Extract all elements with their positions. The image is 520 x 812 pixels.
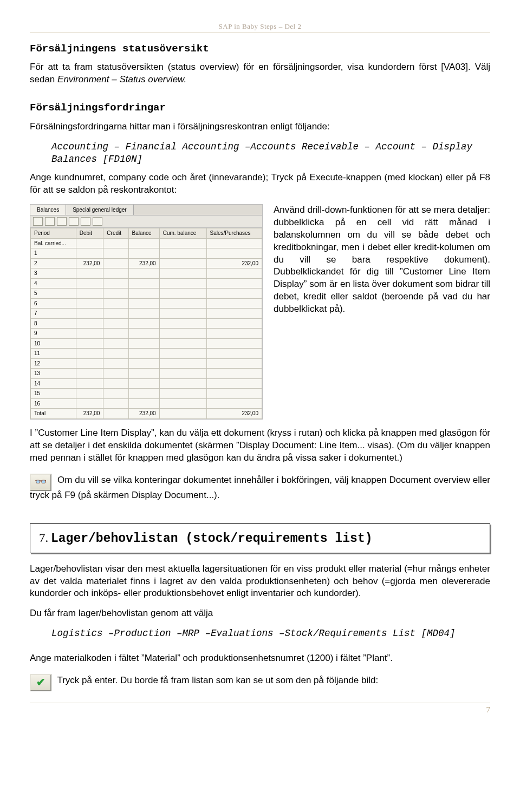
cell[interactable] [103,278,128,289]
cell[interactable] [103,309,128,319]
toolbar-icon[interactable] [57,217,67,226]
cell[interactable] [76,329,103,339]
cell[interactable]: Total [31,409,76,419]
cell[interactable] [128,329,159,339]
cell[interactable] [206,278,262,289]
cell[interactable]: 7 [31,309,76,319]
cell[interactable] [103,409,128,419]
cell[interactable] [128,309,159,319]
tab-special-gl[interactable]: Special general ledger [66,205,134,215]
cell[interactable] [206,329,262,339]
table-row[interactable]: 12 [31,358,262,369]
cell[interactable] [159,278,206,289]
cell[interactable] [206,389,262,399]
cell[interactable] [206,238,262,248]
cell[interactable] [128,338,159,349]
cell[interactable] [103,248,128,259]
cell[interactable]: 232,00 [76,258,103,269]
toolbar-icon[interactable] [33,217,43,226]
cell[interactable] [159,329,206,339]
cell[interactable] [206,338,262,349]
cell[interactable] [76,289,103,299]
cell[interactable]: 14 [31,378,76,389]
cell[interactable] [159,309,206,319]
cell[interactable] [76,269,103,279]
table-row[interactable]: 8 [31,318,262,329]
cell[interactable] [159,318,206,329]
cell[interactable]: 12 [31,358,76,369]
cell[interactable]: 10 [31,338,76,349]
cell[interactable] [103,258,128,269]
cell[interactable] [159,238,206,248]
cell[interactable] [128,238,159,248]
cell[interactable] [103,289,128,299]
cell[interactable] [76,349,103,359]
cell[interactable]: 2 [31,258,76,269]
cell[interactable] [159,349,206,359]
cell[interactable] [128,358,159,369]
cell[interactable]: 6 [31,298,76,309]
cell[interactable]: 232,00 [128,258,159,269]
cell[interactable]: 232,00 [206,409,262,419]
table-row[interactable]: 1 [31,248,262,259]
cell[interactable] [159,258,206,269]
cell[interactable] [103,389,128,399]
cell[interactable]: 16 [31,398,76,409]
table-row[interactable]: 15 [31,389,262,399]
table-row[interactable]: 5 [31,289,262,299]
cell[interactable] [206,349,262,359]
cell[interactable] [103,238,128,248]
cell[interactable] [159,378,206,389]
cell[interactable]: 232,00 [128,409,159,419]
cell[interactable] [159,248,206,259]
cell[interactable]: Bal. carried... [31,238,76,248]
cell[interactable] [103,318,128,329]
table-row[interactable]: 9 [31,329,262,339]
cell[interactable] [206,289,262,299]
table-row[interactable]: 11 [31,349,262,359]
cell[interactable] [159,338,206,349]
cell[interactable] [159,289,206,299]
cell[interactable] [206,248,262,259]
cell[interactable] [159,269,206,279]
cell[interactable] [128,248,159,259]
cell[interactable] [128,389,159,399]
cell[interactable]: 3 [31,269,76,279]
cell[interactable]: 9 [31,329,76,339]
cell[interactable] [159,398,206,409]
cell[interactable] [76,358,103,369]
cell[interactable] [206,358,262,369]
cell[interactable] [76,298,103,309]
cell[interactable] [103,349,128,359]
cell[interactable]: 4 [31,278,76,289]
cell[interactable] [159,409,206,419]
cell[interactable]: 11 [31,349,76,359]
cell[interactable]: 1 [31,248,76,259]
cell[interactable] [103,378,128,389]
cell[interactable] [159,298,206,309]
table-row[interactable]: 10 [31,338,262,349]
table-row[interactable]: 16 [31,398,262,409]
cell[interactable] [159,389,206,399]
table-row[interactable]: Bal. carried... [31,238,262,248]
cell[interactable] [103,358,128,369]
cell[interactable] [206,309,262,319]
cell[interactable] [206,318,262,329]
cell[interactable] [103,269,128,279]
cell[interactable] [206,378,262,389]
cell[interactable] [206,269,262,279]
toolbar-icon[interactable] [81,217,90,226]
cell[interactable] [76,248,103,259]
cell[interactable] [76,278,103,289]
toolbar-icon[interactable] [69,217,79,226]
cell[interactable] [128,349,159,359]
cell[interactable] [128,298,159,309]
cell[interactable]: 13 [31,369,76,379]
cell[interactable] [128,289,159,299]
cell[interactable] [128,278,159,289]
cell[interactable] [206,369,262,379]
cell[interactable]: 8 [31,318,76,329]
table-row[interactable]: 2232,00232,00232,00 [31,258,262,269]
table-row[interactable]: 4 [31,278,262,289]
cell[interactable]: 15 [31,389,76,399]
